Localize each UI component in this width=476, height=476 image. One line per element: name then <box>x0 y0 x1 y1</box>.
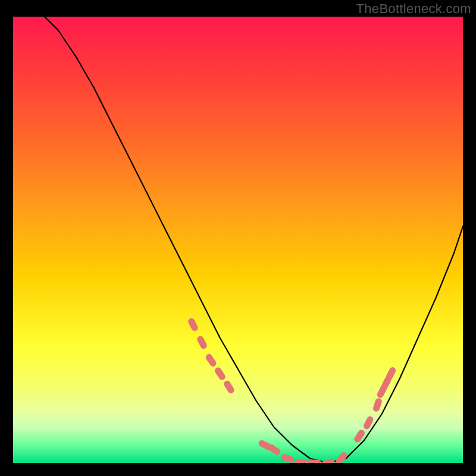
optimal-marker <box>308 460 321 463</box>
chart-overlay <box>13 17 463 463</box>
bottleneck-curve <box>45 17 463 463</box>
optimal-marker <box>187 317 199 331</box>
optimal-range-markers <box>187 317 396 463</box>
optimal-marker <box>295 460 308 463</box>
optimal-marker <box>196 335 208 349</box>
optimal-marker <box>321 458 335 463</box>
optimal-marker <box>372 397 382 412</box>
plot-area <box>13 17 463 463</box>
attribution-text: TheBottleneck.com <box>356 1 471 17</box>
optimal-marker <box>214 367 227 381</box>
optimal-marker <box>267 443 281 455</box>
optimal-marker <box>335 452 348 463</box>
optimal-marker <box>205 353 217 368</box>
optimal-marker <box>280 453 295 463</box>
optimal-marker <box>223 380 235 394</box>
optimal-marker <box>386 367 397 381</box>
chart-frame: TheBottleneck.com <box>0 0 476 476</box>
